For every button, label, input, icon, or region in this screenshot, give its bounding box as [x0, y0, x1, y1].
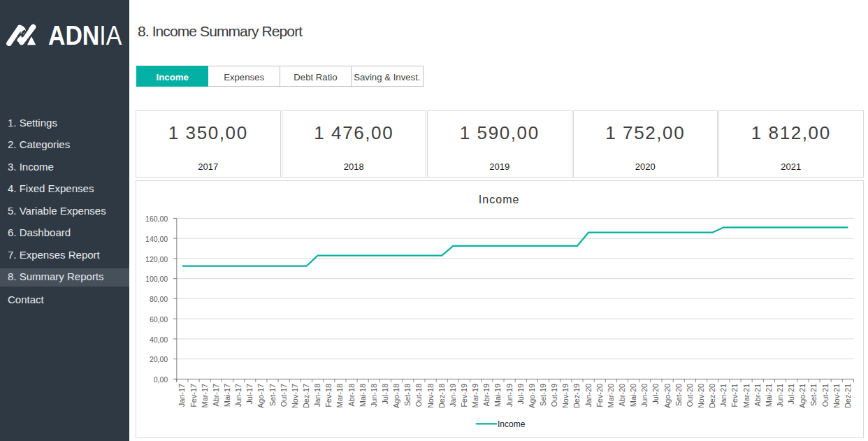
svg-text:Dez-18: Dez-18 [437, 384, 445, 408]
svg-text:Mar-20: Mar-20 [606, 384, 614, 408]
svg-text:Abr-19: Abr-19 [482, 384, 491, 407]
svg-text:Jul-17: Jul-17 [245, 384, 254, 405]
svg-text:Jan-19: Jan-19 [448, 384, 456, 407]
svg-text:Mai-17: Mai-17 [222, 384, 231, 407]
svg-text:Set-21: Set-21 [809, 384, 818, 406]
svg-text:Jun-17: Jun-17 [234, 384, 243, 407]
svg-text:Jun-19: Jun-19 [505, 384, 513, 407]
svg-text:Fev-18: Fev-18 [324, 384, 333, 407]
svg-text:Fev-17: Fev-17 [189, 384, 197, 407]
svg-text:40,00: 40,00 [149, 335, 167, 344]
svg-text:Fev-20: Fev-20 [595, 384, 603, 407]
svg-text:Out-18: Out-18 [414, 384, 423, 407]
svg-text:Ago-20: Ago-20 [663, 384, 671, 408]
svg-text:Abr-18: Abr-18 [347, 384, 355, 407]
svg-text:Jan-17: Jan-17 [178, 384, 186, 407]
svg-text:Set-20: Set-20 [674, 384, 682, 406]
svg-text:Set-18: Set-18 [403, 384, 412, 406]
svg-text:Set-19: Set-19 [539, 384, 547, 406]
svg-text:Nov-19: Nov-19 [561, 384, 570, 408]
svg-text:80,00: 80,00 [149, 295, 167, 303]
svg-text:140,00: 140,00 [145, 235, 168, 243]
svg-text:Mai-19: Mai-19 [493, 384, 502, 407]
svg-text:Jan-20: Jan-20 [584, 384, 592, 407]
svg-text:Ago-18: Ago-18 [392, 384, 400, 408]
svg-text:100,00: 100,00 [145, 275, 168, 283]
svg-text:Mar-19: Mar-19 [471, 384, 479, 408]
svg-text:160,00: 160,00 [145, 215, 168, 223]
svg-text:Jul-19: Jul-19 [516, 384, 524, 405]
svg-text:Mar-17: Mar-17 [200, 384, 208, 408]
svg-text:0,00: 0,00 [153, 375, 168, 384]
svg-text:Dez-19: Dez-19 [572, 384, 581, 408]
svg-text:Abr-17: Abr-17 [211, 384, 219, 407]
svg-text:Dez-17: Dez-17 [301, 384, 310, 408]
svg-text:Out-21: Out-21 [820, 384, 829, 407]
svg-text:Jul-20: Jul-20 [651, 384, 660, 405]
svg-text:Dez-21: Dez-21 [843, 384, 851, 408]
svg-text:Dez-20: Dez-20 [708, 384, 716, 408]
svg-text:Fev-21: Fev-21 [730, 384, 739, 407]
svg-text:Mai-21: Mai-21 [764, 384, 772, 407]
svg-text:Out-17: Out-17 [279, 384, 287, 407]
svg-text:Jul-21: Jul-21 [787, 384, 795, 405]
svg-text:Nov-17: Nov-17 [290, 384, 298, 408]
svg-text:Out-20: Out-20 [685, 384, 693, 407]
svg-text:Abr-20: Abr-20 [618, 384, 626, 407]
svg-text:60,00: 60,00 [149, 315, 167, 324]
svg-text:Income: Income [478, 194, 519, 205]
svg-text:Nov-18: Nov-18 [426, 384, 434, 408]
svg-text:Jun-20: Jun-20 [640, 384, 649, 407]
svg-text:Income: Income [498, 419, 526, 429]
svg-text:20,00: 20,00 [149, 355, 167, 363]
svg-text:Jul-18: Jul-18 [380, 384, 389, 405]
svg-text:Set-17: Set-17 [268, 384, 276, 406]
svg-text:Jan-21: Jan-21 [719, 384, 728, 407]
svg-text:Mai-18: Mai-18 [358, 384, 366, 407]
svg-text:Jan-18: Jan-18 [313, 384, 321, 407]
svg-text:Out-19: Out-19 [550, 384, 558, 407]
svg-text:Jun-21: Jun-21 [776, 384, 784, 407]
svg-text:Mar-21: Mar-21 [742, 384, 750, 408]
svg-text:Ago-21: Ago-21 [798, 384, 806, 408]
svg-text:Fev-19: Fev-19 [460, 384, 468, 407]
svg-text:Ago-17: Ago-17 [256, 384, 265, 408]
svg-text:Mai-20: Mai-20 [629, 384, 637, 407]
svg-text:Mar-18: Mar-18 [335, 384, 344, 408]
svg-text:Nov-21: Nov-21 [832, 384, 840, 408]
svg-text:Abr-21: Abr-21 [753, 384, 761, 407]
svg-text:Ago-19: Ago-19 [527, 384, 535, 408]
svg-text:Jun-18: Jun-18 [369, 384, 377, 407]
svg-text:Nov-20: Nov-20 [697, 384, 705, 408]
svg-text:120,00: 120,00 [145, 255, 168, 263]
